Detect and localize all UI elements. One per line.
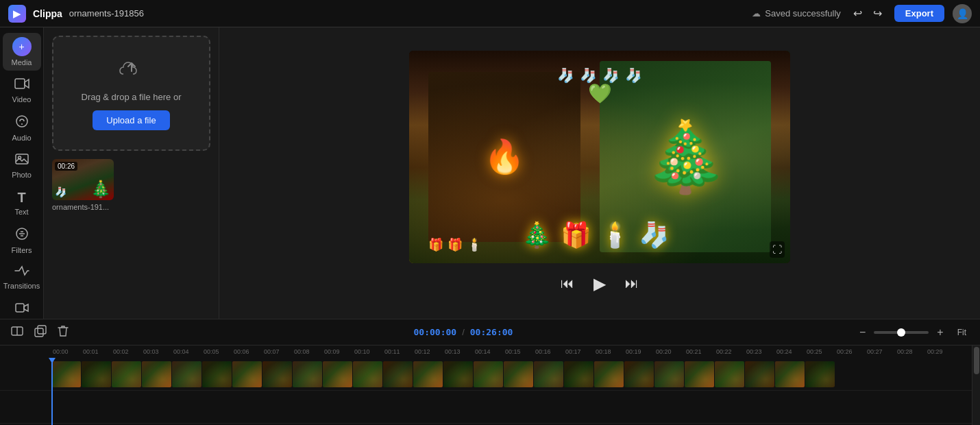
film-cell bbox=[51, 361, 81, 387]
ruler-mark: 00:22 bbox=[715, 348, 745, 355]
timeline-toolbar: 00:00:00 / 00:26:00 − + Fit bbox=[0, 319, 980, 345]
playhead-line bbox=[51, 358, 53, 425]
fireplace-area: 🔥 bbox=[428, 72, 580, 242]
sidebar-item-text[interactable]: T Text bbox=[3, 186, 41, 220]
wreath: 💚 bbox=[561, 82, 637, 105]
zoom-out-button[interactable]: − bbox=[855, 325, 870, 340]
fit-button[interactable]: Fit bbox=[952, 326, 972, 339]
ruler-mark: 00:17 bbox=[564, 348, 594, 355]
empty-track-row bbox=[0, 391, 972, 424]
save-status-text: Saved successfully bbox=[765, 8, 841, 19]
scrollbar[interactable] bbox=[972, 345, 980, 425]
play-button[interactable]: ▶ bbox=[591, 271, 609, 296]
film-cell bbox=[685, 361, 714, 387]
zoom-slider[interactable] bbox=[874, 331, 929, 334]
film-cell bbox=[82, 361, 111, 387]
video-preview: 🎄 🔥 🧦🧦🧦🧦 💚 🎁🎁🕯️ ⛶ bbox=[409, 51, 790, 263]
thumbnail-preview: 00:26 bbox=[52, 159, 114, 200]
upload-icon bbox=[119, 56, 144, 84]
ruler-mark: 00:20 bbox=[654, 348, 685, 355]
redo-button[interactable]: ↪ bbox=[869, 5, 886, 22]
zoom-in-button[interactable]: + bbox=[933, 325, 947, 340]
preview-area: 🎄 🔥 🧦🧦🧦🧦 💚 🎁🎁🕯️ ⛶ bbox=[219, 27, 980, 319]
export-button[interactable]: Export bbox=[894, 5, 944, 22]
thumbnail-duration: 00:26 bbox=[55, 162, 77, 171]
sidebar-label-transitions: Transitions bbox=[3, 282, 40, 290]
ruler-mark: 00:29 bbox=[926, 348, 956, 355]
film-cell bbox=[715, 361, 744, 387]
video-icon bbox=[14, 77, 29, 93]
duplicate-tool-button[interactable] bbox=[32, 322, 49, 343]
sidebar-item-filters[interactable]: Filters bbox=[3, 223, 41, 258]
sidebar-label-photo: Photo bbox=[12, 171, 32, 179]
film-cell bbox=[142, 361, 171, 387]
film-cell bbox=[805, 361, 835, 387]
film-cell bbox=[775, 361, 805, 387]
film-cell bbox=[232, 361, 262, 387]
svg-rect-0 bbox=[15, 79, 25, 88]
sidebar-item-audio[interactable]: Audio bbox=[3, 110, 41, 146]
sidebar-label-video: Video bbox=[12, 95, 32, 104]
sidebar-item-photo[interactable]: Photo bbox=[3, 149, 41, 183]
ruler-mark: 00:13 bbox=[443, 348, 474, 355]
skip-back-button[interactable]: ⏮ bbox=[558, 273, 577, 294]
cloud-icon: ☁ bbox=[752, 8, 761, 19]
timeline-area: 00:00:00 / 00:26:00 − + Fit 00:0000:0100… bbox=[0, 319, 980, 425]
sidebar-label-text: Text bbox=[14, 208, 28, 216]
film-cell bbox=[262, 361, 292, 387]
avatar[interactable]: 👤 bbox=[953, 4, 972, 23]
svg-rect-5 bbox=[16, 304, 24, 312]
film-cell bbox=[594, 361, 624, 387]
film-cell bbox=[443, 361, 473, 387]
save-status: ☁ Saved successfully bbox=[752, 8, 841, 19]
ruler-mark: 00:05 bbox=[202, 348, 232, 355]
sidebar-item-transitions[interactable]: Transitions bbox=[3, 261, 41, 294]
track-content[interactable] bbox=[51, 361, 972, 387]
total-time: 00:26:00 bbox=[470, 327, 513, 337]
film-cell bbox=[413, 361, 443, 387]
ruler-marks: 00:0000:0100:0200:0300:0400:0500:0600:07… bbox=[51, 348, 956, 355]
film-cell bbox=[383, 361, 413, 387]
ruler-mark: 00:00 bbox=[51, 348, 82, 355]
film-cell bbox=[654, 361, 684, 387]
zoom-controls: − + Fit bbox=[855, 325, 972, 340]
media-add-icon: + bbox=[12, 37, 32, 56]
ruler-mark: 00:23 bbox=[745, 348, 775, 355]
ruler-mark: 00:01 bbox=[82, 348, 112, 355]
photo-icon bbox=[15, 153, 29, 169]
film-cell bbox=[534, 361, 563, 387]
media-thumbnail-item[interactable]: 00:26 ornaments-191... bbox=[52, 159, 114, 211]
delete-tool-button[interactable] bbox=[55, 322, 71, 343]
ruler-mark: 00:14 bbox=[474, 348, 504, 355]
video-clip[interactable] bbox=[51, 361, 835, 387]
upload-file-button[interactable]: Upload a file bbox=[93, 110, 169, 130]
skip-forward-button[interactable]: ⏭ bbox=[622, 273, 641, 294]
sidebar-item-video[interactable]: Video bbox=[3, 73, 41, 108]
sidebar-item-media[interactable]: + Media bbox=[3, 33, 41, 71]
time-display: 00:00:00 / 00:26:00 bbox=[414, 327, 513, 337]
ruler-mark: 00:25 bbox=[805, 348, 835, 355]
timeline-tools bbox=[8, 322, 71, 343]
audio-icon bbox=[15, 114, 29, 132]
svg-rect-8 bbox=[38, 326, 46, 334]
topbar-left: ▶ Clippa ornaments-191856 bbox=[8, 5, 144, 23]
undo-button[interactable]: ↩ bbox=[849, 5, 866, 22]
ruler-mark: 00:21 bbox=[685, 348, 715, 355]
ruler-mark: 00:18 bbox=[594, 348, 624, 355]
upload-zone[interactable]: Drag & drop a file here or Upload a file bbox=[52, 36, 210, 151]
ruler-mark: 00:08 bbox=[293, 348, 323, 355]
ruler-mark: 00:16 bbox=[534, 348, 564, 355]
ruler-mark: 00:06 bbox=[232, 348, 262, 355]
split-tool-button[interactable] bbox=[8, 323, 26, 342]
timeline-main: 00:0000:0100:0200:0300:0400:0500:0600:07… bbox=[0, 345, 972, 425]
svg-rect-7 bbox=[35, 328, 43, 337]
fullscreen-button[interactable]: ⛶ bbox=[770, 241, 785, 258]
transitions-icon bbox=[14, 265, 29, 280]
film-cell bbox=[353, 361, 382, 387]
sidebar-label-audio: Audio bbox=[12, 134, 31, 142]
sidebar-item-record[interactable]: Record bbox=[3, 297, 41, 319]
undo-redo-controls: ↩ ↪ bbox=[849, 5, 886, 22]
scrollbar-thumb bbox=[974, 347, 979, 374]
stockings-row: 🧦🧦🧦🧦 bbox=[448, 67, 752, 84]
ruler-mark: 00:26 bbox=[835, 348, 866, 355]
